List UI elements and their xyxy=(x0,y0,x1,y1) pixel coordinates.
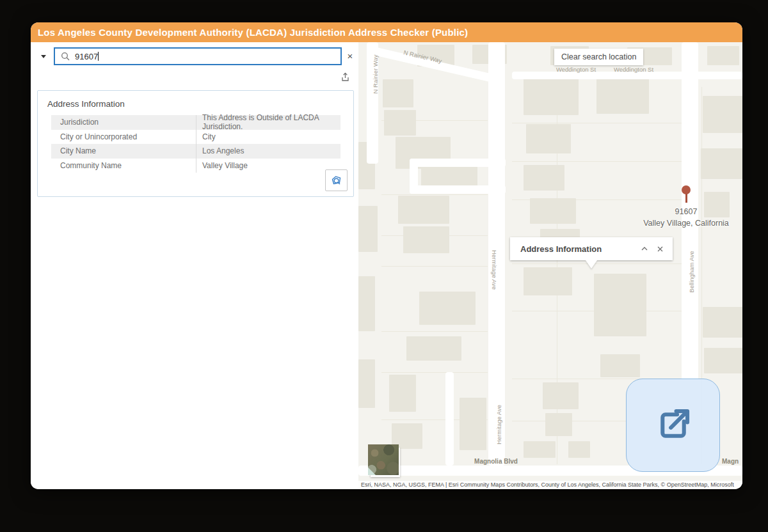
popup-title: Address Information xyxy=(510,244,637,254)
street-label: Bellingham Ave xyxy=(688,251,695,292)
popup-collapse-button[interactable] xyxy=(637,239,652,258)
street-label: Hermitage Ave xyxy=(495,405,502,444)
satellite-thumbnail xyxy=(368,444,399,475)
pin-head-icon xyxy=(682,185,691,194)
row-label: City or Unincorporated xyxy=(51,130,196,145)
row-label: Jurisdiction xyxy=(51,115,196,130)
app-header: Los Angeles County Development Authority… xyxy=(31,22,742,42)
close-icon xyxy=(657,246,663,252)
table-row: City Name Los Angeles xyxy=(51,144,340,159)
open-external-overlay-button[interactable] xyxy=(626,379,720,472)
row-value: City xyxy=(196,132,340,141)
row-value: Valley Village xyxy=(196,161,340,170)
search-value: 91607 xyxy=(75,52,98,61)
street-label: Magn xyxy=(722,458,739,465)
left-panel: 91607 × Address Information Jurisdiction… xyxy=(31,42,358,489)
export-button[interactable] xyxy=(338,70,352,84)
text-cursor xyxy=(98,52,99,61)
popup-tail xyxy=(586,260,597,269)
table-row: Community Name Valley Village xyxy=(51,159,340,173)
export-icon xyxy=(340,72,351,82)
pin-stem xyxy=(685,194,687,203)
search-input[interactable]: 91607 xyxy=(54,47,342,65)
address-information-panel: Address Information Jurisdiction This Ad… xyxy=(37,90,354,197)
row-value: Los Angeles xyxy=(196,146,340,155)
popup-close-button[interactable] xyxy=(652,239,668,258)
pin-label: 91607 Valley Village, California xyxy=(643,206,729,229)
app-title: Los Angeles County Development Authority… xyxy=(38,27,468,38)
basemap-toggle[interactable] xyxy=(368,444,399,475)
street-label: N Rainier Way xyxy=(372,55,379,94)
chevron-up-icon xyxy=(641,246,648,251)
app-window: Los Angeles County Development Authority… xyxy=(31,22,742,489)
map-canvas[interactable]: N Rainier Way N Rainier Way Weddington S… xyxy=(358,42,742,489)
zoom-to-feature-button[interactable] xyxy=(325,169,348,191)
address-table: Jurisdiction This Address is Outside of … xyxy=(51,115,340,173)
street-label: Weddington St xyxy=(614,66,653,73)
street-label: Magnolia Blvd xyxy=(474,458,518,465)
street-label: Weddington St xyxy=(556,66,596,73)
row-value: This Address is Outside of LACDA Jurisdi… xyxy=(196,113,340,131)
street-label: Hermitage Ave xyxy=(491,250,498,290)
panel-title: Address Information xyxy=(47,99,353,109)
row-label: City Name xyxy=(51,144,196,159)
map-popup: Address Information xyxy=(510,237,673,260)
map-pin[interactable] xyxy=(682,185,691,203)
search-icon xyxy=(61,52,70,61)
row-label: Community Name xyxy=(51,159,196,173)
map-attribution: Esri, NASA, NGA, USGS, FEMA | Esri Commu… xyxy=(358,481,742,489)
external-link-icon xyxy=(649,401,698,450)
zoom-to-icon xyxy=(330,175,342,187)
pin-label-zip: 91607 xyxy=(643,206,729,217)
clear-search-location-button[interactable]: Clear search location xyxy=(554,49,643,65)
search-clear-button[interactable]: × xyxy=(342,47,358,65)
pin-label-city: Valley Village, California xyxy=(643,217,729,229)
table-row: Jurisdiction This Address is Outside of … xyxy=(51,115,340,130)
search-source-dropdown[interactable] xyxy=(36,47,51,65)
table-row: City or Unincorporated City xyxy=(51,130,340,145)
chevron-down-icon xyxy=(41,55,46,58)
